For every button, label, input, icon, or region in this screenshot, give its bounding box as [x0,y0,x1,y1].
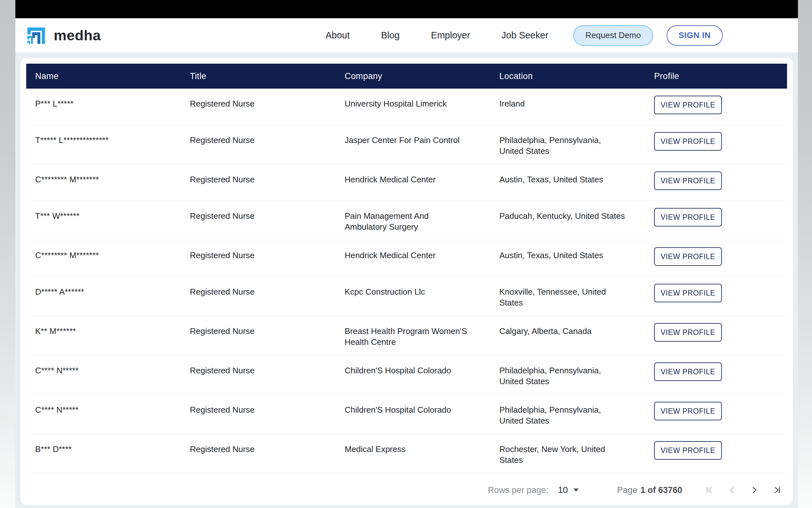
page-indicator: Page1 of 63760 [617,485,682,495]
cell-title: Registered Nurse [181,355,336,384]
nav-item-blog[interactable]: Blog [381,30,399,41]
pagination-bar: Rows per page: 10 Page1 of 63760 [26,473,787,505]
cell-name: T*** W****** [26,201,181,229]
cell-title: Registered Nurse [181,125,336,153]
nav-item-employer[interactable]: Employer [431,30,470,41]
cell-company: Jasper Center For Pain Control [336,125,490,153]
table-row: D***** A****** Registered Nurse Kcpc Con… [26,277,787,316]
chevron-right-icon [749,485,760,495]
last-page-icon [772,485,782,495]
view-profile-button[interactable]: VIEW PROFILE [654,402,722,420]
cell-company: Children'S Hospital Colorado [336,355,490,384]
sign-in-button[interactable]: SIGN IN [667,25,723,46]
view-profile-button[interactable]: VIEW PROFILE [654,96,722,114]
view-profile-button[interactable]: VIEW PROFILE [654,323,722,342]
cell-company: Hendrick Medical Center [336,164,490,193]
cell-company: Kcpc Construction Llc [336,277,490,305]
cell-title: Registered Nurse [181,395,336,423]
cell-name: K** M****** [26,316,181,344]
table-row: P*** L***** Registered Nurse University … [26,89,787,125]
cell-title: Registered Nurse [181,164,336,193]
page-value: 1 of 63760 [640,485,682,495]
nav-item-about[interactable]: About [326,30,350,41]
cell-name: T***** L************** [26,125,181,153]
cell-location: Philadelphia, Pennsylvania, United State… [490,355,645,394]
page-content: Name Title Company Location Profile P***… [15,53,798,508]
view-profile-button[interactable]: VIEW PROFILE [654,363,722,381]
cell-title: Registered Nurse [181,277,336,305]
logo[interactable]: medha [26,25,101,46]
table-row: C**** N***** Registered Nurse Children'S… [26,355,787,395]
table-row: C******** M******* Registered Nurse Hend… [26,240,787,277]
cell-location: Philadelphia, Pennsylvania, United State… [490,125,645,164]
cell-name: D***** A****** [26,277,181,305]
view-profile-button[interactable]: VIEW PROFILE [654,441,722,460]
cell-title: Registered Nurse [181,201,336,229]
cell-company: Hendrick Medical Center [336,240,490,268]
cell-location: Paducah, Kentucky, United States [490,201,645,229]
cell-location: Austin, Texas, United States [490,164,645,193]
cell-name: C**** N***** [26,395,181,423]
cell-company: Breast Health Program Women'S Health Cen… [336,316,490,355]
chevron-down-icon [574,487,579,493]
request-demo-button[interactable]: Request Demo [573,25,653,46]
cell-name: B*** D**** [26,434,181,462]
table-header-row: Name Title Company Location Profile [26,64,787,89]
table-row: T***** L************** Registered Nurse … [26,125,787,164]
previous-page-button[interactable] [727,485,737,495]
cell-title: Registered Nurse [181,316,336,344]
cell-location: Rochester, New York, United States [490,434,645,473]
cell-name: C**** N***** [26,355,181,384]
cell-company: Children'S Hospital Colorado [336,395,490,423]
rows-per-page-label: Rows per page: [488,485,548,495]
cell-location: Ireland [490,89,645,117]
view-profile-button[interactable]: VIEW PROFILE [654,247,722,266]
column-header-company: Company [336,71,490,81]
cell-title: Registered Nurse [181,240,336,268]
cell-name: C******** M******* [26,164,181,193]
cell-location: Knoxville, Tennessee, United States [490,277,645,316]
rows-per-page-value: 10 [558,485,568,495]
next-page-button[interactable] [749,485,760,495]
column-header-name: Name [26,71,181,81]
browser-window: medha About Blog Employer Job Seeker Req… [15,0,798,508]
column-header-title: Title [181,71,336,81]
cell-location: Philadelphia, Pennsylvania, United State… [490,395,645,434]
cell-title: Registered Nurse [181,89,336,117]
table-row: K** M****** Registered Nurse Breast Heal… [26,316,787,355]
pager-controls [705,485,782,495]
table-row: B*** D**** Registered Nurse Medical Expr… [26,434,787,473]
nav-item-job-seeker[interactable]: Job Seeker [501,30,548,41]
cell-name: P*** L***** [26,89,181,117]
cell-company: University Hospital Limerick [336,89,490,117]
medha-logo-icon [26,25,47,46]
cell-location: Calgary, Alberta, Canada [490,316,645,344]
view-profile-button[interactable]: VIEW PROFILE [654,208,722,226]
cell-company: Pain Management And Ambulatory Surgery [336,201,490,240]
column-header-location: Location [490,71,645,81]
view-profile-button[interactable]: VIEW PROFILE [654,132,722,151]
cell-location: Austin, Texas, United States [490,240,645,268]
page-label: Page [617,485,637,495]
last-page-button[interactable] [772,485,782,495]
first-page-icon [705,485,715,495]
results-card: Name Title Company Location Profile P***… [20,58,793,505]
table-row: T*** W****** Registered Nurse Pain Manag… [26,201,787,240]
site-header: medha About Blog Employer Job Seeker Req… [15,18,798,53]
column-header-profile: Profile [645,71,787,81]
chevron-left-icon [727,485,737,495]
first-page-button[interactable] [705,485,715,495]
cell-title: Registered Nurse [181,434,336,462]
cell-name: C******** M******* [26,240,181,268]
table-row: C**** N***** Registered Nurse Children'S… [26,395,787,434]
view-profile-button[interactable]: VIEW PROFILE [654,284,722,302]
rows-per-page-select[interactable]: 10 [558,485,579,495]
view-profile-button[interactable]: VIEW PROFILE [654,171,722,190]
table-row: C******** M******* Registered Nurse Hend… [26,164,787,201]
top-black-bar [15,0,798,18]
logo-text: medha [54,27,101,44]
cell-company: Medical Express [336,434,490,462]
main-nav: About Blog Employer Job Seeker [326,30,548,41]
